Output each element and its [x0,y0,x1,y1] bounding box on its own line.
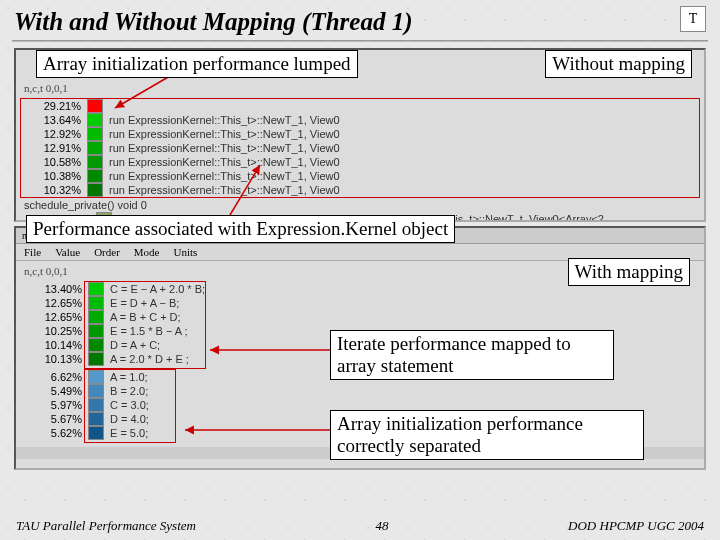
percent-cell: 5.62% [22,427,88,439]
color-swatch [88,282,104,296]
function-name: run ExpressionKernel::This_t>::NewT_1, V… [109,184,340,196]
color-swatch [88,370,104,384]
percent-cell: 13.64% [21,114,87,126]
percent-cell: 13.40% [22,283,88,295]
table-row: 12.91%run ExpressionKernel::This_t>::New… [21,141,699,155]
percent-cell: 10.14% [22,339,88,351]
percent-cell: 6.62% [22,371,88,383]
function-name: C = E − A + 2.0 * B; [110,283,205,295]
percent-cell: 5.67% [22,413,88,425]
percent-cell: 12.91% [21,142,87,154]
table-row: 12.92%run ExpressionKernel::This_t>::New… [21,127,699,141]
percent-cell: 5.49% [22,385,88,397]
function-name: E = D + A − B; [110,297,179,309]
color-swatch [87,155,103,169]
table-row: 10.38%run ExpressionKernel::This_t>::New… [21,169,699,183]
percent-cell: 29.21% [21,100,87,112]
color-swatch [87,113,103,127]
menu-item[interactable]: Order [94,246,120,258]
slide-title: With and Without Mapping (Thread 1) [0,0,720,40]
footer-left: TAU Parallel Performance System [16,518,196,534]
percent-cell: 10.32% [21,184,87,196]
label-perf-assoc: Performance associated with Expression.K… [26,215,455,243]
percent-cell: 10.13% [22,353,88,365]
table-row: 5.49%B = 2.0; [22,384,704,398]
color-swatch [88,426,104,440]
table-row: 13.64%run ExpressionKernel::This_t>::New… [21,113,699,127]
slide-footer: TAU Parallel Performance System 48 DOD H… [0,518,720,534]
menu-item[interactable]: File [24,246,41,258]
label-array-correct: Array initialization performance correct… [330,410,644,460]
color-swatch [88,324,104,338]
color-swatch [88,384,104,398]
panel-header: n,c,t 0,0,1 [16,78,704,98]
menu-item[interactable]: Units [174,246,198,258]
color-swatch [88,352,104,366]
function-name: E = 5.0; [110,427,148,439]
percent-cell: 12.92% [21,128,87,140]
color-swatch [87,99,103,113]
label-iterate: Iterate performance mapped to array stat… [330,330,614,380]
function-name: D = A + C; [110,339,160,351]
color-swatch [88,310,104,324]
table-row: 12.65%A = B + C + D; [22,310,704,324]
percent-cell: 12.65% [22,311,88,323]
color-swatch [87,169,103,183]
function-name: run ExpressionKernel::This_t>::NewT_1, V… [109,114,340,126]
function-name: C = 3.0; [110,399,149,411]
function-name: run ExpressionKernel::This_t>::NewT_1, V… [109,170,340,182]
color-swatch [87,127,103,141]
label-with-mapping: With mapping [568,258,690,286]
label-array-init: Array initialization performance lumped [36,50,358,78]
function-name: A = 2.0 * D + E ; [110,353,189,365]
color-swatch [87,141,103,155]
function-name: run ExpressionKernel::This_t>::NewT_1, V… [109,142,340,154]
schedule-line: schedule_private() void 0 [24,199,147,211]
table-row: 10.32%run ExpressionKernel::This_t>::New… [21,183,699,197]
percent-cell: 10.25% [22,325,88,337]
percent-cell: 5.97% [22,399,88,411]
color-swatch [88,412,104,426]
menu-item[interactable]: Mode [134,246,160,258]
logo-icon: T [680,6,706,32]
color-swatch [87,183,103,197]
menu-item[interactable]: Value [55,246,80,258]
function-name: D = 4.0; [110,413,149,425]
color-swatch [88,296,104,310]
function-name: A = 1.0; [110,371,148,383]
function-name: A = B + C + D; [110,311,181,323]
footer-right: DOD HPCMP UGC 2004 [568,518,704,534]
percent-cell: 10.38% [21,170,87,182]
table-row: 10.58%run ExpressionKernel::This_t>::New… [21,155,699,169]
percent-cell: 12.65% [22,297,88,309]
label-without-mapping: Without mapping [545,50,692,78]
function-name: E = 1.5 * B − A ; [110,325,188,337]
title-rule [12,40,708,42]
color-swatch [88,338,104,352]
table-row: 29.21% [21,99,699,113]
function-name: run ExpressionKernel::This_t>::NewT_1, V… [109,156,340,168]
footer-page: 48 [376,518,389,534]
color-swatch [88,398,104,412]
percent-cell: 10.58% [21,156,87,168]
table-row: 12.65%E = D + A − B; [22,296,704,310]
function-name: run ExpressionKernel::This_t>::NewT_1, V… [109,128,340,140]
function-name: B = 2.0; [110,385,148,397]
